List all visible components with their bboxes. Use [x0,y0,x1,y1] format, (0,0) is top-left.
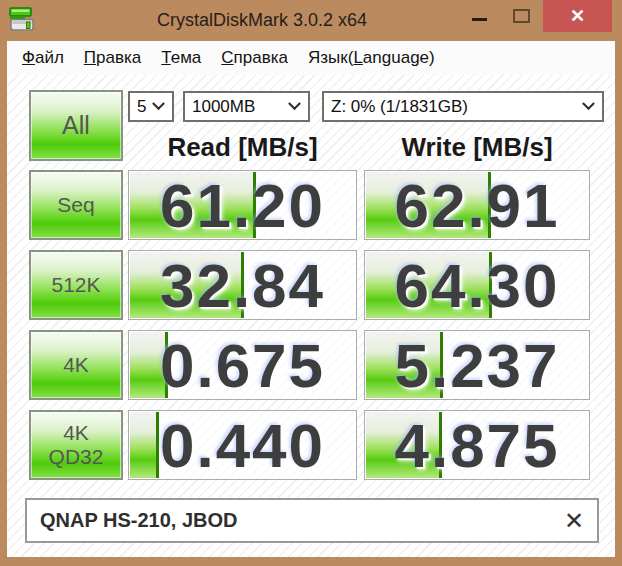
4k-read-value: 0.675 [129,331,356,399]
read-column-header: Read [MB/s] [128,132,357,162]
menu-file[interactable]: Файл [12,48,74,68]
close-icon: ✕ [570,5,585,27]
run-4k-qd32-button[interactable]: 4K QD32 [29,410,123,480]
seq-write-value: 62.91 [365,171,589,239]
close-button[interactable]: ✕ [543,0,612,32]
menu-theme[interactable]: Тема [151,48,211,68]
seq-write-cell: 62.91 [364,170,590,240]
4k-qd32-write-value: 4.875 [365,411,589,479]
drive-select[interactable]: Z: 0% (1/1831GB) [322,91,604,122]
chevron-down-icon [152,97,165,110]
menu-edit[interactable]: Правка [74,48,151,68]
run-seq-button[interactable]: Seq [29,170,123,240]
512k-read-value: 32.84 [129,251,356,319]
maximize-icon [513,9,530,23]
4k-write-value: 5.237 [365,331,589,399]
chevron-down-icon [582,97,595,110]
4k-qd32-read-value: 0.440 [129,411,356,479]
512k-write-value: 64.30 [365,251,589,319]
4k-qd32-write-cell: 4.875 [364,410,590,480]
table-row-512k: 512K 32.84 64.30 [7,250,615,320]
run-4k-button[interactable]: 4K [29,330,123,400]
seq-read-value: 61.20 [129,171,356,239]
test-size-value: 1000MB [192,97,255,117]
test-count-value: 5 [137,97,146,117]
write-column-header: Write [MB/s] [364,132,590,162]
menu-bar: Файл Правка Тема Справка Язык(Language) [7,41,615,75]
run-512k-button[interactable]: 512K [29,250,123,320]
maximize-button[interactable] [503,0,539,32]
chevron-down-icon [288,97,301,110]
4k-read-cell: 0.675 [128,330,357,400]
client-area: All 5 1000MB Z: 0% (1/1831GB) Read [MB/s… [7,75,615,557]
comment-field[interactable]: QNAP HS-210, JBOD ✕ [25,498,599,543]
512k-write-cell: 64.30 [364,250,590,320]
table-row-4k-qd32: 4K QD32 0.440 4.875 [7,410,615,480]
table-row-4k: 4K 0.675 5.237 [7,330,615,400]
app-window: CrystalDiskMark 3.0.2 x64 ✕ Файл Правка … [0,0,622,566]
seq-read-cell: 61.20 [128,170,357,240]
clear-comment-icon[interactable]: ✕ [564,509,584,533]
4k-qd32-read-cell: 0.440 [128,410,357,480]
512k-read-cell: 32.84 [128,250,357,320]
run-all-button[interactable]: All [29,90,123,161]
4k-write-cell: 5.237 [364,330,590,400]
test-size-select[interactable]: 1000MB [183,91,310,122]
app-icon [8,6,36,34]
table-row-seq: Seq 61.20 62.91 [7,170,615,240]
test-count-select[interactable]: 5 [128,91,174,122]
minimize-icon [472,18,487,21]
menu-help[interactable]: Справка [211,48,298,68]
menu-language[interactable]: Язык(Language) [298,48,445,68]
comment-text: QNAP HS-210, JBOD [40,509,237,532]
minimize-button[interactable] [461,0,497,32]
window-title: CrystalDiskMark 3.0.2 x64 [36,0,488,41]
drive-value: Z: 0% (1/1831GB) [331,97,468,117]
title-bar: CrystalDiskMark 3.0.2 x64 ✕ [0,0,622,41]
